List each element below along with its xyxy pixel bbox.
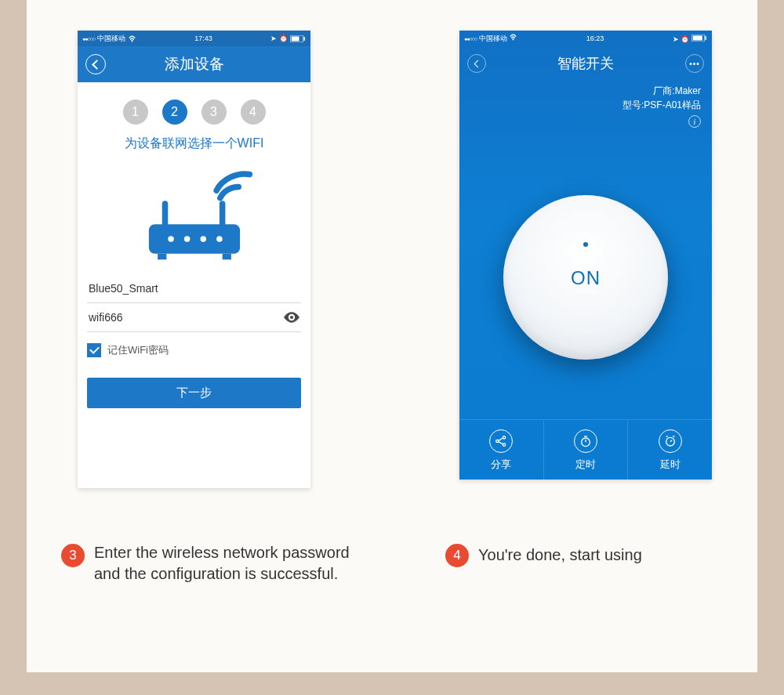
dial-indicator-dot [583, 242, 588, 247]
caption-text-3: Enter the wireless network password and … [94, 542, 359, 585]
alarm-clock-icon [659, 429, 682, 453]
svg-point-7 [183, 236, 190, 242]
action-share[interactable]: 分享 [459, 420, 544, 480]
action-label: 延时 [628, 458, 712, 472]
back-button[interactable] [467, 54, 486, 73]
svg-line-20 [499, 442, 503, 444]
nav-bar: 添加设备 [78, 46, 310, 82]
svg-line-26 [666, 436, 667, 436]
stopwatch-icon [574, 429, 597, 453]
svg-line-27 [673, 436, 674, 436]
signal-dots-icon [464, 34, 477, 42]
alarm-icon: ⏰ [279, 34, 288, 42]
next-button[interactable]: 下一步 [87, 378, 301, 408]
action-delay[interactable]: 延时 [628, 420, 712, 480]
battery-icon [290, 35, 306, 42]
status-bar: 中国移动 16:23 ➤ ⏰ [459, 31, 712, 46]
nav-title: 添加设备 [165, 54, 224, 74]
device-meta: 厂商:Maker 型号:PSF-A01样品 i [459, 81, 712, 129]
carrier-label: 中国移动 [97, 34, 125, 44]
nav-bar: 智能开关 [459, 46, 712, 81]
gps-icon: ➤ [673, 35, 679, 43]
wifi-subtitle: 为设备联网选择一个WIFI [78, 136, 310, 152]
password-input[interactable] [89, 311, 268, 324]
vendor-label: 厂商:Maker [459, 84, 701, 98]
status-time: 17:43 [194, 34, 212, 42]
model-label: 型号:PSF-A01样品 [459, 98, 701, 112]
step-2[interactable]: 2 [162, 100, 187, 125]
router-icon [136, 168, 253, 265]
gps-icon: ➤ [270, 34, 277, 42]
caption-text-4: You're done, start using [478, 545, 642, 566]
carrier-label: 中国移动 [479, 34, 507, 42]
phone-add-device: 中国移动 17:43 ➤ ⏰ 添加设备 1 2 3 4 为设备联网选择一个WIF… [78, 31, 310, 488]
svg-rect-11 [222, 254, 230, 260]
step-indicator: 1 2 3 4 [78, 100, 310, 125]
action-label: 定时 [544, 458, 628, 472]
svg-rect-14 [693, 35, 702, 40]
signal-dots-icon [82, 34, 95, 42]
ssid-field[interactable] [87, 274, 301, 303]
step-3[interactable]: 3 [201, 100, 227, 125]
step-badge-4: 4 [445, 544, 469, 567]
nav-title: 智能开关 [557, 54, 614, 73]
action-label: 分享 [459, 458, 543, 472]
more-button[interactable] [685, 54, 704, 73]
action-timer[interactable]: 定时 [544, 420, 629, 480]
phone-smart-switch: 中国移动 16:23 ➤ ⏰ 智能开关 厂商:Maker 型号:PSF-A01样… [459, 31, 712, 480]
caption-step-4: 4 You're done, start using [445, 542, 728, 567]
dial-state-label: ON [571, 267, 601, 289]
back-button[interactable] [85, 54, 106, 74]
svg-point-8 [200, 236, 206, 242]
remember-row[interactable]: 记住WiFi密码 [87, 343, 301, 357]
info-icon[interactable]: i [688, 115, 701, 128]
status-time: 16:23 [586, 34, 604, 42]
step-1[interactable]: 1 [123, 100, 148, 125]
svg-line-19 [499, 438, 503, 440]
canvas: 中国移动 17:43 ➤ ⏰ 添加设备 1 2 3 4 为设备联网选择一个WIF… [27, 0, 757, 672]
step-badge-3: 3 [61, 544, 85, 567]
svg-rect-5 [148, 224, 239, 254]
battery-icon [691, 34, 707, 42]
wifi-icon [128, 35, 136, 42]
step-4[interactable]: 4 [241, 100, 266, 125]
svg-rect-10 [158, 254, 166, 260]
svg-rect-15 [705, 36, 706, 40]
svg-point-12 [290, 316, 293, 319]
status-bar: 中国移动 17:43 ➤ ⏰ [78, 31, 310, 46]
share-icon [489, 429, 513, 453]
svg-point-6 [168, 236, 174, 242]
svg-line-25 [670, 440, 672, 442]
remember-checkbox[interactable] [87, 343, 101, 357]
svg-point-9 [216, 236, 223, 242]
remember-label: 记住WiFi密码 [107, 343, 169, 357]
svg-point-21 [582, 438, 590, 447]
bottom-actions: 分享 定时 延时 [459, 419, 712, 480]
svg-rect-2 [303, 37, 305, 41]
wifi-icon [509, 34, 517, 41]
password-field[interactable] [87, 303, 301, 332]
caption-step-3: 3 Enter the wireless network password an… [61, 542, 359, 585]
svg-rect-1 [292, 36, 299, 41]
eye-icon[interactable] [284, 312, 299, 323]
alarm-icon: ⏰ [681, 35, 689, 43]
ssid-input[interactable] [89, 282, 268, 295]
power-dial[interactable]: ON [503, 195, 668, 360]
